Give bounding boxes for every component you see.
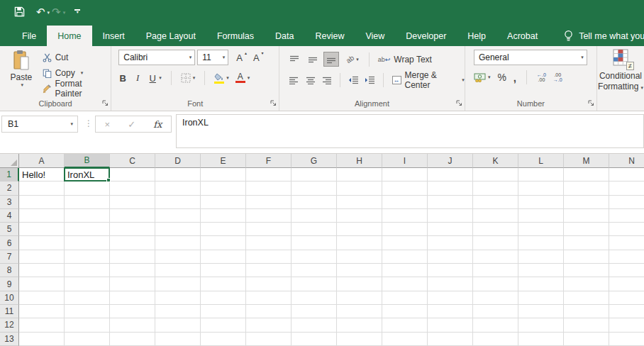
cell-M6[interactable]: [564, 236, 609, 250]
cell-N13[interactable]: [609, 333, 644, 346]
cell-M7[interactable]: [564, 250, 609, 264]
format-painter-button[interactable]: Format Painter: [43, 81, 111, 96]
cell-G3[interactable]: [292, 196, 337, 209]
cell-G9[interactable]: [292, 277, 337, 291]
cell-C12[interactable]: [110, 318, 155, 332]
cell-I10[interactable]: [382, 291, 428, 305]
cell-K11[interactable]: [473, 305, 518, 318]
cell-D1[interactable]: [155, 168, 201, 182]
cell-I12[interactable]: [382, 318, 428, 332]
cell-F13[interactable]: [246, 333, 292, 346]
number-format-select[interactable]: General ▾: [474, 50, 587, 65]
accounting-format-button[interactable]: ▾: [474, 73, 491, 82]
tab-acrobat[interactable]: Acrobat: [496, 26, 548, 46]
cell-F2[interactable]: [246, 182, 292, 195]
tab-view[interactable]: View: [355, 26, 395, 46]
cell-D6[interactable]: [155, 236, 201, 250]
cell-K12[interactable]: [473, 318, 518, 332]
copy-dropdown-icon[interactable]: ▾: [81, 70, 84, 76]
cell-I6[interactable]: [382, 236, 428, 250]
cell-L6[interactable]: [518, 236, 564, 250]
row-header-6[interactable]: 6: [0, 236, 19, 250]
cell-C3[interactable]: [110, 196, 155, 209]
cell-H5[interactable]: [337, 223, 382, 236]
cell-B1[interactable]: IronXL: [65, 168, 110, 182]
formula-bar-grip[interactable]: ⋮: [84, 118, 93, 128]
cell-J9[interactable]: [428, 277, 473, 291]
cell-N3[interactable]: [609, 196, 644, 209]
row-header-12[interactable]: 12: [0, 318, 19, 332]
cell-M5[interactable]: [564, 223, 609, 236]
cell-H9[interactable]: [337, 277, 382, 291]
grow-font-button[interactable]: A▴: [236, 52, 247, 63]
cell-K4[interactable]: [473, 209, 518, 223]
cell-J1[interactable]: [428, 168, 473, 182]
cell-L10[interactable]: [518, 291, 564, 305]
cell-E3[interactable]: [201, 196, 246, 209]
cell-A6[interactable]: [19, 236, 65, 250]
cell-L9[interactable]: [518, 277, 564, 291]
cell-B10[interactable]: [65, 291, 110, 305]
save-icon[interactable]: [14, 6, 25, 17]
cut-button[interactable]: Cut: [43, 50, 111, 65]
column-header-D[interactable]: D: [155, 154, 201, 168]
cell-L13[interactable]: [518, 333, 564, 346]
cell-K7[interactable]: [473, 250, 518, 264]
cell-G2[interactable]: [292, 182, 337, 195]
cell-H13[interactable]: [337, 333, 382, 346]
conditional-formatting-button[interactable]: ≠ Conditional Formatting▾: [597, 46, 644, 111]
cell-M4[interactable]: [564, 209, 609, 223]
cell-E11[interactable]: [201, 305, 246, 318]
cell-A1[interactable]: Hello!: [19, 168, 65, 182]
insert-function-button[interactable]: fx: [153, 119, 162, 130]
paste-button[interactable]: Paste ▾: [4, 50, 38, 99]
cell-M8[interactable]: [564, 264, 609, 277]
cell-E1[interactable]: [201, 168, 246, 182]
merge-center-dropdown-icon[interactable]: ▾: [462, 77, 465, 83]
bold-button[interactable]: B: [118, 73, 127, 84]
cell-N11[interactable]: [609, 305, 644, 318]
percent-style-button[interactable]: %: [497, 72, 506, 83]
tab-file[interactable]: File: [11, 26, 47, 46]
cell-G10[interactable]: [292, 291, 337, 305]
cell-A11[interactable]: [19, 305, 65, 318]
font-dialog-launcher[interactable]: [270, 96, 277, 109]
cell-B8[interactable]: [65, 264, 110, 277]
cell-M1[interactable]: [564, 168, 609, 182]
cell-J11[interactable]: [428, 305, 473, 318]
merge-center-button[interactable]: ↔ Merge & Center ▾: [392, 70, 465, 90]
row-header-10[interactable]: 10: [0, 291, 19, 305]
decrease-indent-button[interactable]: [346, 72, 360, 87]
cell-B3[interactable]: [65, 196, 110, 209]
cell-F7[interactable]: [246, 250, 292, 264]
cell-L2[interactable]: [518, 182, 564, 195]
comma-style-button[interactable]: ,: [513, 72, 516, 84]
tab-home[interactable]: Home: [47, 26, 91, 46]
cell-G5[interactable]: [292, 223, 337, 236]
tab-page-layout[interactable]: Page Layout: [135, 26, 206, 46]
cell-F6[interactable]: [246, 236, 292, 250]
column-header-A[interactable]: A: [19, 154, 65, 168]
row-header-5[interactable]: 5: [0, 223, 19, 236]
cell-A5[interactable]: [19, 223, 65, 236]
cell-F12[interactable]: [246, 318, 292, 332]
cell-H3[interactable]: [337, 196, 382, 209]
cell-I11[interactable]: [382, 305, 428, 318]
cell-G4[interactable]: [292, 209, 337, 223]
cell-E7[interactable]: [201, 250, 246, 264]
top-align-button[interactable]: [287, 52, 302, 67]
cell-L7[interactable]: [518, 250, 564, 264]
cell-N7[interactable]: [609, 250, 644, 264]
cell-A12[interactable]: [19, 318, 65, 332]
cell-J3[interactable]: [428, 196, 473, 209]
increase-decimal-button[interactable]: ←.0 .00: [537, 72, 546, 82]
font-size-select[interactable]: 11 ▾: [197, 50, 228, 65]
name-box[interactable]: B1 ▾: [1, 116, 78, 133]
tab-formulas[interactable]: Formulas: [206, 26, 265, 46]
cell-B7[interactable]: [65, 250, 110, 264]
cell-C5[interactable]: [110, 223, 155, 236]
row-header-8[interactable]: 8: [0, 264, 19, 277]
italic-button[interactable]: I: [133, 72, 142, 84]
cell-H12[interactable]: [337, 318, 382, 332]
cell-A3[interactable]: [19, 196, 65, 209]
